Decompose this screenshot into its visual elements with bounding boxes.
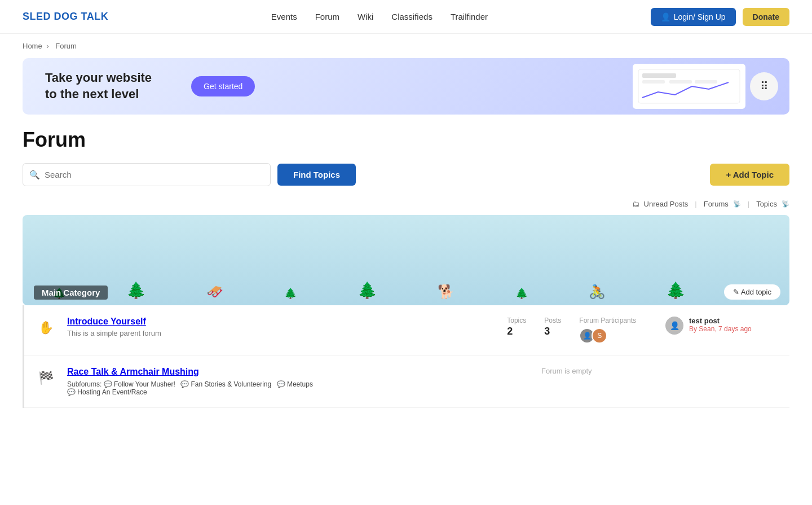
stack-icon: 🗂 [632,200,639,208]
svg-rect-4 [695,80,717,84]
forum-desc-introduce: This is a simple parent forum [67,329,496,337]
avatar-2: S [592,328,607,344]
stat-topics: Topics 2 [507,317,526,337]
nav-wiki[interactable]: Wiki [358,12,373,21]
banner-ad: Take your websiteto the next level Get s… [23,58,789,115]
tree-4: 🌲 [358,281,377,300]
bike-scene: 🚴 [589,284,606,300]
breadcrumb: Home › Forum [0,34,812,58]
tree-2: 🌲 [126,281,146,300]
subforum-meetups[interactable]: 💬 Meetups [277,380,313,388]
nav-actions: 👤 Login/ Sign Up Donate [651,8,789,26]
search-input[interactable] [23,163,271,186]
forum-title-race[interactable]: Race Talk & Armchair Mushing [67,367,199,376]
forum-list: ✋ Introduce Yourself This is a simple pa… [23,305,789,408]
dog-scene: 🐕 [438,284,454,300]
svg-rect-3 [669,80,692,84]
last-post-introduce: 👤 test post By Sean, 7 days ago [665,317,778,335]
search-row: 🔍 Find Topics + Add Topic [0,163,812,197]
subforum-hosting[interactable]: 💬 Hosting An Event/Race [67,388,147,396]
nav-links: Events Forum Wiki Classifieds Trailfinde… [271,12,488,21]
subforum-follow[interactable]: 💬 Follow Your Musher! [104,380,175,388]
search-input-wrap: 🔍 [23,163,271,186]
nav-events[interactable]: Events [271,12,297,21]
filter-sep-1: | [695,200,696,208]
forum-info-introduce: Introduce Yourself This is a simple pare… [67,317,496,337]
unread-posts-link[interactable]: Unread Posts [644,200,689,208]
search-icon: 🔍 [29,170,40,180]
forum-item-race-talk: 🏁 Race Talk & Armchair Mushing Subforums… [24,355,789,408]
banner-chart [633,64,745,109]
breadcrumb-home[interactable]: Home [23,42,42,50]
nav-trailfinder[interactable]: Trailfinder [451,12,488,21]
topics-link[interactable]: Topics [756,200,777,208]
sled-scene: 🛷 [206,284,223,300]
forum-title: Forum [0,128,812,163]
forum-icon-flag: 🏁 [36,368,56,388]
banner-text: Take your websiteto the next level [23,70,174,102]
forum-title-introduce[interactable]: Introduce Yourself [67,317,146,326]
banner-scene: 🌲 🌲 🛷 🌲 🌲 🐕 🌲 🚴 🌲 🌲 [23,215,789,305]
last-post-meta: By Sean, 7 days ago [689,325,752,333]
last-post-author: By Sean [689,325,714,333]
stat-posts: Posts 3 [544,317,561,337]
banner-headline: Take your websiteto the next level [45,70,152,102]
banner-graphic: ⠿ [633,64,789,109]
banner-dots: ⠿ [750,72,778,100]
category-banner: 🌲 🌲 🛷 🌲 🌲 🐕 🌲 🚴 🌲 🌲 Main Category ✎ Add … [23,215,789,305]
nav-forum[interactable]: Forum [315,12,339,21]
banner-add-topic-button[interactable]: ✎ Add topic [724,284,780,300]
tree-3: 🌲 [284,287,297,300]
forum-stats-introduce: Topics 2 Posts 3 Forum Participants 👤 S … [507,317,778,344]
category-label: Main Category [34,286,108,300]
last-post-avatar: 👤 [665,317,683,335]
forums-link[interactable]: Forums [704,200,729,208]
forum-empty-label: Forum is empty [541,367,592,375]
nav-classifieds[interactable]: Classifieds [391,12,433,21]
breadcrumb-separator: › [46,42,48,50]
forum-info-race: Race Talk & Armchair Mushing Subforums: … [67,367,530,396]
forum-subforums: Subforums: 💬 Follow Your Musher! 💬 Fan S… [67,380,530,396]
svg-rect-1 [642,73,676,78]
participants-avatars: 👤 S [579,328,636,344]
navbar: SLED DOG TALK Events Forum Wiki Classifi… [0,0,812,34]
svg-rect-2 [642,80,665,84]
stat-participants: Forum Participants 👤 S [579,317,636,344]
donate-button[interactable]: Donate [743,8,789,26]
feed-icon-topics: 📡 [782,200,789,208]
subforum-fan[interactable]: 💬 Fan Stories & Volunteering [180,380,271,388]
forum-stats-race: Forum is empty [541,367,778,375]
last-post-title: test post [689,317,752,325]
feed-icon-forums: 📡 [733,200,741,208]
breadcrumb-current: Forum [55,42,77,50]
login-button[interactable]: 👤 Login/ Sign Up [651,8,736,26]
site-logo[interactable]: SLED DOG TALK [23,11,108,23]
forum-item-introduce-yourself: ✋ Introduce Yourself This is a simple pa… [24,305,789,355]
find-topics-button[interactable]: Find Topics [277,164,356,186]
last-post-time: , 7 days ago [714,325,751,333]
filter-sep-2: | [748,200,749,208]
tree-5: 🌲 [515,287,528,300]
add-topic-button[interactable]: + Add Topic [710,164,789,186]
tree-6: 🌲 [666,281,686,300]
user-icon: 👤 [661,12,670,21]
forum-icon-hand: ✋ [36,318,56,338]
filter-row: 🗂 Unread Posts | Forums 📡 | Topics 📡 [0,197,812,215]
last-post-info: test post By Sean, 7 days ago [689,317,752,333]
get-started-button[interactable]: Get started [191,76,255,96]
